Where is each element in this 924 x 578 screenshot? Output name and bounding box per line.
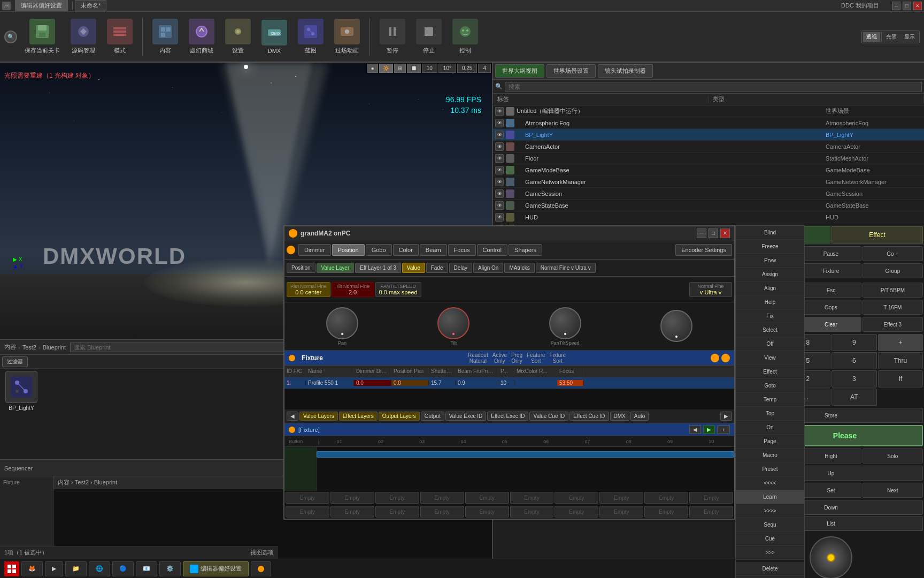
enc-llll[interactable]: <<<< [736,476,804,490]
gma-tab-shapers[interactable]: Shapers [509,244,542,256]
con-solo-btn[interactable]: Solo [863,448,923,463]
outliner-eye-camera[interactable]: 👁 [495,142,504,151]
enc-learn[interactable]: Learn [736,490,804,504]
con-fixture-btn[interactable]: Fixture [800,263,861,278]
gma-tl-zoom-out[interactable]: ◀ [689,425,701,434]
con-hight-btn[interactable]: Hight [800,448,861,463]
gma-empty-16[interactable]: Empty [510,506,554,518]
gma-tl-value-exec[interactable]: Value Exec ID [445,412,487,421]
gma-empty-1[interactable]: Empty [286,492,329,504]
viewport-snap-btn[interactable]: 🔲 [407,64,421,73]
con-num-thru[interactable]: Thru [878,352,923,369]
toolbar-content[interactable]: 内容 [149,17,181,57]
taskbar-item-5[interactable]: 🔵 [112,561,134,576]
enc-blind[interactable]: Blind [736,226,804,240]
gma-btn-delay[interactable]: Delay [449,263,473,273]
gma-btn-position[interactable]: Position [287,263,315,273]
outliner-eye-network[interactable]: 👁 [495,178,504,186]
gma-minimize[interactable]: ─ [697,229,706,238]
enc-on[interactable]: On [736,421,804,435]
toolbar-dmx[interactable]: DMX DMX [258,18,290,56]
gma-btn-eff-layer[interactable]: Eff Layer 1 of 3 [355,263,401,273]
gma-empty-17[interactable]: Empty [555,506,598,518]
gma-btn-value[interactable]: Value [402,263,425,273]
status-view-options[interactable]: 视图选项 [250,549,274,557]
gma-tab-position[interactable]: Position [332,244,365,256]
outliner-item-fog[interactable]: 👁 Atmospheric Fog AtmosphericFog [493,117,924,129]
con-num-9[interactable]: 9 [831,334,877,351]
gma-empty-9[interactable]: Empty [644,492,688,504]
gft-row-1[interactable]: 1: Profile 550 1 0.0 0.0 15.7 0.9 10 53.… [284,377,734,389]
outliner-eye-untitled[interactable]: 👁 [495,107,504,116]
enc-assign[interactable]: Assign [736,268,804,282]
gma-tl-auto[interactable]: Auto [630,412,649,421]
enc-freeze[interactable]: Freeze [736,240,804,254]
gma-empty-8[interactable]: Empty [599,492,643,504]
enc-select[interactable]: Select [736,323,804,337]
outliner-eye-floor[interactable]: 👁 [495,154,504,163]
outliner-eye-session[interactable]: 👁 [495,189,504,198]
gma-tl-effect-exec[interactable]: Effect Exec ID [487,412,528,421]
toolbar-cinematic[interactable]: 过场动画 [331,17,363,57]
gma-empty-2[interactable]: Empty [330,492,374,504]
enc-temp[interactable]: Temp [736,393,804,407]
gma-empty-15[interactable]: Empty [465,506,509,518]
enc-fix[interactable]: Fix [736,309,804,323]
gma-empty-19[interactable]: Empty [644,506,688,518]
gma-knob-pan[interactable] [326,307,358,339]
gma-param-normal-fine[interactable]: Normal Fine v Ultra v [689,282,732,297]
enc-page[interactable]: Page [736,435,804,448]
enc-top[interactable]: Top [736,407,804,421]
tab-unnamed[interactable]: 未命名* [75,0,106,11]
gma-tl-output[interactable]: Output [421,412,444,421]
con-goplus-btn[interactable]: Go + [863,246,923,261]
gma-btn-matricks[interactable]: MAtricks [504,263,534,273]
enc-macro[interactable]: Macro [736,448,804,462]
outliner-item-gamemode[interactable]: 👁 GameModeBase GameModeBase [493,164,924,176]
breadcrumb-blueprint[interactable]: Blueprint [43,344,66,351]
taskbar-item-3[interactable]: 📁 [65,561,87,576]
gma-btn-value-layer[interactable]: Value Layer [317,263,355,273]
taskbar-item-4[interactable]: 🌐 [89,561,110,576]
outliner-item-network[interactable]: 👁 GameNetworkManager GameNetworkManager [493,176,924,188]
con-effect3-btn[interactable]: Effect 3 [863,317,923,332]
con-effect-btn[interactable]: Effect [831,226,923,244]
viewport-grid-btn[interactable]: ⊞ [394,64,406,73]
outliner-eye-fog[interactable]: 👁 [495,119,504,127]
toolbar-stop[interactable]: 停止 [413,17,445,57]
gma-encoder-settings[interactable]: Encoder Settings [675,244,732,256]
outliner-item-statebase[interactable]: 👁 GameStateBase GameStateBase [493,200,924,211]
win-maximize[interactable]: □ [903,2,911,10]
gma-tab-beam[interactable]: Beam [420,244,447,256]
gma-knob-pts[interactable] [549,307,581,339]
outliner-eye-bplighty[interactable]: 👁 [495,131,504,139]
gma-tl-output-layers[interactable]: Output Layers [379,412,420,421]
taskbar-item-2[interactable]: ▶ [45,561,63,576]
con-joystick[interactable] [810,536,852,578]
gma-empty-10[interactable]: Empty [689,492,733,504]
gma-tab-focus[interactable]: Focus [448,244,476,256]
toolbar-mode[interactable]: 模式 [104,17,136,57]
gma-btn-normal[interactable]: Normal Fine v Ultra v [536,263,596,273]
gma-empty-3[interactable]: Empty [375,492,419,504]
toolbar-pause[interactable]: 暂停 [376,17,409,57]
cb-item-bplighty[interactable]: BP_LightY [0,369,43,417]
gma-param-pan[interactable]: Pan Normal Fine 0.0 center [287,282,330,297]
outliner-eye-statebase[interactable]: 👁 [495,201,504,210]
enc-rrrr[interactable]: >>>> [736,504,804,518]
gma-close[interactable]: ✕ [720,229,730,238]
win-close[interactable]: ✕ [913,2,922,10]
taskbar-item-unreal[interactable]: 编辑器偏好设置 [183,561,249,576]
con-num-6[interactable]: 6 [831,352,877,369]
taskbar-item-6[interactable]: 📧 [136,561,157,576]
cb-filter-btn[interactable]: 过滤器 [2,356,28,367]
toolbar-source[interactable]: 源码管理 [67,17,99,57]
taskbar-item-gma[interactable] [251,561,271,576]
enc-extern1[interactable]: Extern 1 [736,576,804,578]
gma-maximize[interactable]: □ [709,229,718,238]
gma-tl-add[interactable]: + [717,425,730,434]
gma-empty-7[interactable]: Empty [555,492,598,504]
con-pause-btn[interactable]: Pause [800,246,861,261]
gma-knob-4[interactable] [660,310,692,342]
con-num-at[interactable]: AT [831,389,877,406]
